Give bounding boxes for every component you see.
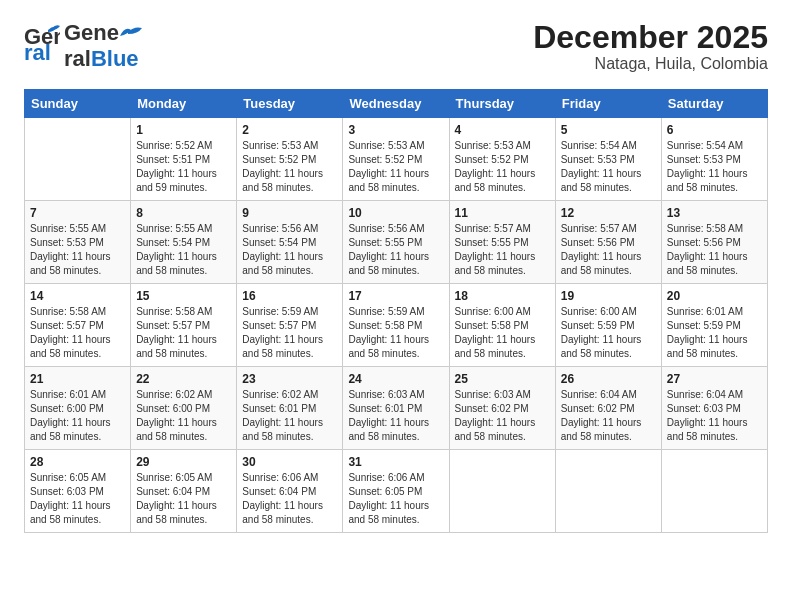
day-number: 12 (561, 206, 656, 220)
day-number: 7 (30, 206, 125, 220)
day-number: 17 (348, 289, 443, 303)
col-saturday: Saturday (661, 90, 767, 118)
calendar-table: Sunday Monday Tuesday Wednesday Thursday… (24, 89, 768, 533)
day-number: 19 (561, 289, 656, 303)
day-number: 31 (348, 455, 443, 469)
week-row-1: 1 Sunrise: 5:52 AMSunset: 5:51 PMDayligh… (25, 118, 768, 201)
day-info: Sunrise: 5:54 AMSunset: 5:53 PMDaylight:… (561, 139, 656, 195)
day-info: Sunrise: 6:01 AMSunset: 5:59 PMDaylight:… (667, 305, 762, 361)
cell-week2-day0: 7 Sunrise: 5:55 AMSunset: 5:53 PMDayligh… (25, 201, 131, 284)
day-number: 6 (667, 123, 762, 137)
day-number: 5 (561, 123, 656, 137)
cell-week1-day2: 2 Sunrise: 5:53 AMSunset: 5:52 PMDayligh… (237, 118, 343, 201)
day-info: Sunrise: 5:58 AMSunset: 5:57 PMDaylight:… (30, 305, 125, 361)
cell-week5-day5 (555, 450, 661, 533)
col-wednesday: Wednesday (343, 90, 449, 118)
day-info: Sunrise: 5:53 AMSunset: 5:52 PMDaylight:… (455, 139, 550, 195)
day-info: Sunrise: 5:57 AMSunset: 5:55 PMDaylight:… (455, 222, 550, 278)
day-number: 14 (30, 289, 125, 303)
day-info: Sunrise: 5:56 AMSunset: 5:54 PMDaylight:… (242, 222, 337, 278)
cell-week1-day5: 5 Sunrise: 5:54 AMSunset: 5:53 PMDayligh… (555, 118, 661, 201)
day-number: 26 (561, 372, 656, 386)
logo-bird-icon (120, 26, 142, 40)
week-row-3: 14 Sunrise: 5:58 AMSunset: 5:57 PMDaylig… (25, 284, 768, 367)
cell-week3-day0: 14 Sunrise: 5:58 AMSunset: 5:57 PMDaylig… (25, 284, 131, 367)
col-thursday: Thursday (449, 90, 555, 118)
day-number: 15 (136, 289, 231, 303)
day-number: 16 (242, 289, 337, 303)
cell-week5-day2: 30 Sunrise: 6:06 AMSunset: 6:04 PMDaylig… (237, 450, 343, 533)
cell-week1-day6: 6 Sunrise: 5:54 AMSunset: 5:53 PMDayligh… (661, 118, 767, 201)
day-info: Sunrise: 6:04 AMSunset: 6:03 PMDaylight:… (667, 388, 762, 444)
month-year-title: December 2025 (533, 20, 768, 55)
cell-week5-day4 (449, 450, 555, 533)
day-info: Sunrise: 6:03 AMSunset: 6:02 PMDaylight:… (455, 388, 550, 444)
day-info: Sunrise: 6:03 AMSunset: 6:01 PMDaylight:… (348, 388, 443, 444)
day-info: Sunrise: 5:53 AMSunset: 5:52 PMDaylight:… (242, 139, 337, 195)
day-info: Sunrise: 6:06 AMSunset: 6:05 PMDaylight:… (348, 471, 443, 527)
day-number: 11 (455, 206, 550, 220)
cell-week3-day2: 16 Sunrise: 5:59 AMSunset: 5:57 PMDaylig… (237, 284, 343, 367)
cell-week3-day3: 17 Sunrise: 5:59 AMSunset: 5:58 PMDaylig… (343, 284, 449, 367)
cell-week4-day4: 25 Sunrise: 6:03 AMSunset: 6:02 PMDaylig… (449, 367, 555, 450)
cell-week2-day1: 8 Sunrise: 5:55 AMSunset: 5:54 PMDayligh… (131, 201, 237, 284)
cell-week1-day3: 3 Sunrise: 5:53 AMSunset: 5:52 PMDayligh… (343, 118, 449, 201)
cell-week4-day0: 21 Sunrise: 6:01 AMSunset: 6:00 PMDaylig… (25, 367, 131, 450)
day-info: Sunrise: 5:56 AMSunset: 5:55 PMDaylight:… (348, 222, 443, 278)
cell-week5-day3: 31 Sunrise: 6:06 AMSunset: 6:05 PMDaylig… (343, 450, 449, 533)
cell-week1-day4: 4 Sunrise: 5:53 AMSunset: 5:52 PMDayligh… (449, 118, 555, 201)
cell-week4-day5: 26 Sunrise: 6:04 AMSunset: 6:02 PMDaylig… (555, 367, 661, 450)
day-info: Sunrise: 5:52 AMSunset: 5:51 PMDaylight:… (136, 139, 231, 195)
week-row-4: 21 Sunrise: 6:01 AMSunset: 6:00 PMDaylig… (25, 367, 768, 450)
day-number: 24 (348, 372, 443, 386)
logo: Gene ral Gene ral Blue (24, 20, 142, 72)
cell-week4-day2: 23 Sunrise: 6:02 AMSunset: 6:01 PMDaylig… (237, 367, 343, 450)
day-number: 9 (242, 206, 337, 220)
day-number: 20 (667, 289, 762, 303)
cell-week4-day6: 27 Sunrise: 6:04 AMSunset: 6:03 PMDaylig… (661, 367, 767, 450)
cell-week1-day1: 1 Sunrise: 5:52 AMSunset: 5:51 PMDayligh… (131, 118, 237, 201)
week-row-2: 7 Sunrise: 5:55 AMSunset: 5:53 PMDayligh… (25, 201, 768, 284)
day-info: Sunrise: 5:59 AMSunset: 5:58 PMDaylight:… (348, 305, 443, 361)
day-number: 4 (455, 123, 550, 137)
col-tuesday: Tuesday (237, 90, 343, 118)
day-info: Sunrise: 5:58 AMSunset: 5:57 PMDaylight:… (136, 305, 231, 361)
cell-week4-day1: 22 Sunrise: 6:02 AMSunset: 6:00 PMDaylig… (131, 367, 237, 450)
location-subtitle: Nataga, Huila, Colombia (533, 55, 768, 73)
day-info: Sunrise: 5:55 AMSunset: 5:54 PMDaylight:… (136, 222, 231, 278)
day-number: 2 (242, 123, 337, 137)
logo-icon: Gene ral (24, 22, 60, 62)
cell-week2-day3: 10 Sunrise: 5:56 AMSunset: 5:55 PMDaylig… (343, 201, 449, 284)
cell-week5-day6 (661, 450, 767, 533)
page-header: Gene ral Gene ral Blue December 2025 Nat… (24, 20, 768, 73)
calendar-header-row: Sunday Monday Tuesday Wednesday Thursday… (25, 90, 768, 118)
day-info: Sunrise: 6:00 AMSunset: 5:59 PMDaylight:… (561, 305, 656, 361)
cell-week2-day2: 9 Sunrise: 5:56 AMSunset: 5:54 PMDayligh… (237, 201, 343, 284)
day-number: 13 (667, 206, 762, 220)
col-sunday: Sunday (25, 90, 131, 118)
day-number: 28 (30, 455, 125, 469)
cell-week1-day0 (25, 118, 131, 201)
day-number: 29 (136, 455, 231, 469)
day-number: 30 (242, 455, 337, 469)
day-number: 27 (667, 372, 762, 386)
logo-general-text2: ral (64, 46, 91, 72)
day-number: 8 (136, 206, 231, 220)
day-number: 1 (136, 123, 231, 137)
day-info: Sunrise: 6:00 AMSunset: 5:58 PMDaylight:… (455, 305, 550, 361)
cell-week3-day6: 20 Sunrise: 6:01 AMSunset: 5:59 PMDaylig… (661, 284, 767, 367)
day-info: Sunrise: 6:06 AMSunset: 6:04 PMDaylight:… (242, 471, 337, 527)
cell-week5-day0: 28 Sunrise: 6:05 AMSunset: 6:03 PMDaylig… (25, 450, 131, 533)
cell-week3-day5: 19 Sunrise: 6:00 AMSunset: 5:59 PMDaylig… (555, 284, 661, 367)
day-info: Sunrise: 6:04 AMSunset: 6:02 PMDaylight:… (561, 388, 656, 444)
day-number: 18 (455, 289, 550, 303)
day-info: Sunrise: 6:05 AMSunset: 6:03 PMDaylight:… (30, 471, 125, 527)
day-info: Sunrise: 5:53 AMSunset: 5:52 PMDaylight:… (348, 139, 443, 195)
col-monday: Monday (131, 90, 237, 118)
svg-text:ral: ral (24, 40, 51, 62)
day-info: Sunrise: 5:59 AMSunset: 5:57 PMDaylight:… (242, 305, 337, 361)
day-number: 21 (30, 372, 125, 386)
col-friday: Friday (555, 90, 661, 118)
day-number: 25 (455, 372, 550, 386)
day-info: Sunrise: 5:58 AMSunset: 5:56 PMDaylight:… (667, 222, 762, 278)
